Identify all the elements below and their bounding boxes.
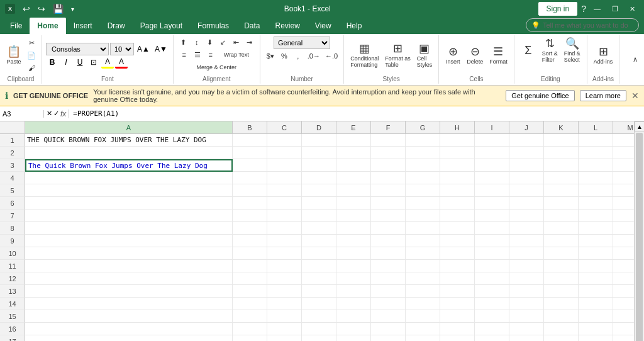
cell-H12[interactable]: [440, 272, 475, 285]
cell-K6[interactable]: [544, 197, 579, 210]
cell-H7[interactable]: [440, 210, 475, 222]
cell-J12[interactable]: [509, 272, 544, 285]
cell-A7[interactable]: [25, 210, 233, 222]
cell-H2[interactable]: [440, 147, 475, 159]
cell-M8[interactable]: [613, 222, 634, 235]
cell-J2[interactable]: [509, 147, 544, 159]
cell-E3[interactable]: [336, 159, 371, 172]
cell-L16[interactable]: [579, 323, 613, 335]
cell-B12[interactable]: [233, 272, 267, 285]
cell-F3[interactable]: [371, 159, 406, 172]
cell-D12[interactable]: [302, 272, 336, 285]
col-header-k[interactable]: K: [544, 121, 579, 133]
cell-G3[interactable]: [406, 159, 440, 172]
cell-J9[interactable]: [509, 235, 544, 247]
cell-G17[interactable]: [406, 335, 440, 341]
cell-M13[interactable]: [613, 285, 634, 298]
cell-L5[interactable]: [579, 184, 613, 197]
cell-B9[interactable]: [233, 235, 267, 247]
cell-E13[interactable]: [336, 285, 371, 298]
align-middle-button[interactable]: ↕: [191, 36, 203, 48]
cell-I4[interactable]: [475, 172, 509, 184]
align-bottom-button[interactable]: ⬇: [204, 36, 216, 48]
cell-G9[interactable]: [406, 235, 440, 247]
cell-L3[interactable]: [579, 159, 613, 172]
font-name-select[interactable]: Consolas: [46, 43, 109, 55]
cell-G2[interactable]: [406, 147, 440, 159]
cell-L15[interactable]: [579, 310, 613, 323]
cell-A11[interactable]: [25, 260, 233, 272]
cell-H15[interactable]: [440, 310, 475, 323]
cell-K11[interactable]: [544, 260, 579, 272]
row-num-3[interactable]: 3: [0, 159, 25, 172]
formula-confirm-icon[interactable]: ✓: [53, 109, 59, 118]
italic-button[interactable]: I: [60, 57, 72, 67]
cell-L13[interactable]: [579, 285, 613, 298]
cell-D10[interactable]: [302, 247, 336, 260]
cell-B1[interactable]: [233, 134, 267, 147]
cell-E1[interactable]: [336, 134, 371, 147]
formula-input[interactable]: [69, 109, 644, 118]
quick-save-button[interactable]: 💾: [50, 3, 66, 15]
cell-E7[interactable]: [336, 210, 371, 222]
format-painter-button[interactable]: 🖌: [25, 62, 38, 74]
cell-I16[interactable]: [475, 323, 509, 335]
format-button[interactable]: ☰ Format: [487, 45, 510, 66]
cell-G12[interactable]: [406, 272, 440, 285]
percent-button[interactable]: %: [278, 50, 291, 62]
row-num-13[interactable]: 13: [0, 285, 25, 298]
row-num-1[interactable]: 1: [0, 134, 25, 147]
cell-L8[interactable]: [579, 222, 613, 235]
cell-K9[interactable]: [544, 235, 579, 247]
cell-K2[interactable]: [544, 147, 579, 159]
align-center-button[interactable]: ☰: [191, 49, 204, 60]
cell-J7[interactable]: [509, 210, 544, 222]
cell-H8[interactable]: [440, 222, 475, 235]
col-header-f[interactable]: F: [371, 121, 406, 133]
cell-G16[interactable]: [406, 323, 440, 335]
cell-C9[interactable]: [267, 235, 302, 247]
cell-L17[interactable]: [579, 335, 613, 341]
cell-F2[interactable]: [371, 147, 406, 159]
cell-D11[interactable]: [302, 260, 336, 272]
cell-M2[interactable]: [613, 147, 634, 159]
copy-button[interactable]: 📄: [25, 50, 38, 61]
cell-K4[interactable]: [544, 172, 579, 184]
cell-J10[interactable]: [509, 247, 544, 260]
cell-C2[interactable]: [267, 147, 302, 159]
cell-B5[interactable]: [233, 184, 267, 197]
cell-E2[interactable]: [336, 147, 371, 159]
cell-H16[interactable]: [440, 323, 475, 335]
cell-K16[interactable]: [544, 323, 579, 335]
cell-J16[interactable]: [509, 323, 544, 335]
cell-H11[interactable]: [440, 260, 475, 272]
cell-K10[interactable]: [544, 247, 579, 260]
cell-I2[interactable]: [475, 147, 509, 159]
cell-M3[interactable]: [613, 159, 634, 172]
cell-E10[interactable]: [336, 247, 371, 260]
cell-G14[interactable]: [406, 298, 440, 310]
cell-F10[interactable]: [371, 247, 406, 260]
cell-B15[interactable]: [233, 310, 267, 323]
cell-G11[interactable]: [406, 260, 440, 272]
cell-C3[interactable]: [267, 159, 302, 172]
cell-F5[interactable]: [371, 184, 406, 197]
cell-C17[interactable]: [267, 335, 302, 341]
wrap-text-button[interactable]: Wrap Text: [218, 49, 255, 60]
cell-B17[interactable]: [233, 335, 267, 341]
cell-M5[interactable]: [613, 184, 634, 197]
minimize-button[interactable]: —: [590, 4, 604, 14]
cell-J13[interactable]: [509, 285, 544, 298]
cell-styles-button[interactable]: ▣ CellStyles: [414, 42, 435, 69]
bold-button[interactable]: B: [46, 57, 58, 67]
font-color-button[interactable]: A: [115, 57, 128, 69]
merge-center-button[interactable]: Merge & Center: [185, 62, 248, 73]
cell-F12[interactable]: [371, 272, 406, 285]
cell-C6[interactable]: [267, 197, 302, 210]
cell-B6[interactable]: [233, 197, 267, 210]
cell-K13[interactable]: [544, 285, 579, 298]
cell-M6[interactable]: [613, 197, 634, 210]
col-header-c[interactable]: C: [267, 121, 302, 133]
cell-H10[interactable]: [440, 247, 475, 260]
cell-D1[interactable]: [302, 134, 336, 147]
